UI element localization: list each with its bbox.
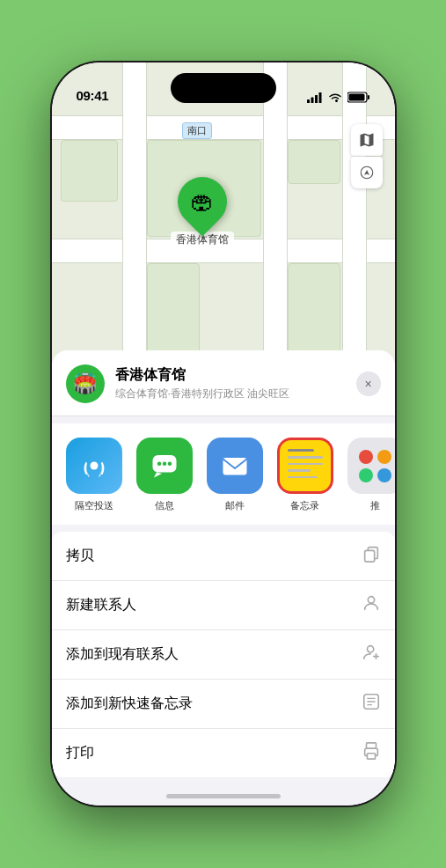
airdrop-icon bbox=[78, 450, 110, 482]
share-item-notes[interactable]: 备忘录 bbox=[277, 438, 333, 512]
mail-label: 邮件 bbox=[225, 499, 245, 512]
phone-screen: 09:41 bbox=[52, 63, 395, 805]
notes-line-4 bbox=[288, 469, 311, 472]
add-note-icon bbox=[362, 692, 381, 716]
notes-line-2 bbox=[288, 456, 323, 459]
venue-header-icon: 🏟️ bbox=[66, 364, 105, 403]
venue-pin-icon: 🏟 bbox=[191, 188, 214, 216]
svg-marker-10 bbox=[154, 473, 162, 478]
svg-rect-27 bbox=[367, 754, 375, 759]
action-print-label: 打印 bbox=[66, 744, 362, 762]
wifi-icon bbox=[328, 92, 342, 103]
dynamic-island bbox=[171, 73, 276, 103]
dot-orange bbox=[377, 450, 391, 464]
copy-icon bbox=[362, 544, 381, 568]
venue-marker[interactable]: 🏟 香港体育馆 bbox=[171, 177, 234, 248]
airdrop-label: 隔空投送 bbox=[75, 499, 113, 512]
action-new-contact-label: 新建联系人 bbox=[66, 596, 362, 614]
svg-rect-2 bbox=[315, 95, 318, 103]
venue-title: 香港体育馆 bbox=[115, 366, 346, 385]
mail-icon-wrap bbox=[207, 438, 263, 494]
action-add-note-label: 添加到新快速备忘录 bbox=[66, 695, 362, 713]
action-list: 拷贝 新建联系人 bbox=[52, 532, 395, 777]
share-item-airdrop[interactable]: 隔空投送 bbox=[66, 438, 122, 512]
notes-icon-wrap bbox=[277, 438, 333, 494]
dot-blue bbox=[377, 468, 391, 482]
sheet-header: 🏟️ 香港体育馆 综合体育馆·香港特别行政区 油尖旺区 × bbox=[52, 350, 395, 416]
battery-icon bbox=[347, 92, 370, 103]
share-item-mail[interactable]: 邮件 bbox=[207, 438, 263, 512]
svg-rect-1 bbox=[311, 97, 313, 103]
venue-description: 综合体育馆·香港特别行政区 油尖旺区 bbox=[115, 386, 346, 401]
action-add-note[interactable]: 添加到新快速备忘录 bbox=[52, 680, 395, 729]
messages-label: 信息 bbox=[155, 499, 174, 512]
add-contact-svg-icon bbox=[362, 643, 381, 662]
print-icon bbox=[362, 741, 381, 765]
action-new-contact[interactable]: 新建联系人 bbox=[52, 581, 395, 630]
status-icons bbox=[307, 92, 370, 103]
messages-icon bbox=[149, 450, 180, 482]
svg-point-17 bbox=[368, 597, 374, 603]
venue-pin: 🏟 bbox=[167, 166, 237, 236]
notes-lines bbox=[280, 440, 331, 491]
svg-point-13 bbox=[167, 462, 172, 467]
mail-icon bbox=[219, 450, 251, 482]
dot-red bbox=[359, 450, 373, 464]
svg-point-11 bbox=[157, 462, 161, 467]
svg-point-8 bbox=[90, 462, 98, 470]
signal-icon bbox=[307, 92, 323, 103]
map-station-label: 南口 bbox=[182, 122, 212, 139]
more-dots-grid bbox=[348, 439, 395, 493]
svg-rect-5 bbox=[368, 95, 369, 99]
note-svg-icon bbox=[362, 692, 381, 711]
venue-info: 香港体育馆 综合体育馆·香港特别行政区 油尖旺区 bbox=[115, 366, 346, 401]
airdrop-icon-wrap bbox=[66, 438, 122, 494]
svg-point-18 bbox=[367, 646, 373, 652]
new-contact-icon bbox=[362, 593, 381, 617]
svg-rect-0 bbox=[307, 99, 310, 103]
svg-point-12 bbox=[162, 462, 166, 467]
map-block bbox=[147, 263, 200, 360]
close-button[interactable]: × bbox=[356, 371, 381, 396]
status-time: 09:41 bbox=[77, 88, 109, 103]
dot-green bbox=[359, 468, 373, 482]
svg-rect-6 bbox=[348, 94, 364, 101]
svg-rect-16 bbox=[364, 550, 374, 562]
more-icon-wrap bbox=[347, 438, 395, 494]
action-copy-label: 拷贝 bbox=[66, 547, 362, 565]
copy-svg-icon bbox=[362, 544, 381, 563]
notes-line-1 bbox=[288, 449, 314, 452]
home-indicator bbox=[166, 794, 281, 798]
map-block bbox=[288, 263, 340, 360]
add-contact-icon bbox=[362, 643, 381, 666]
svg-rect-14 bbox=[223, 458, 246, 475]
notes-label: 备忘录 bbox=[290, 499, 319, 512]
share-icons-list: 隔空投送 信息 bbox=[66, 438, 381, 512]
svg-rect-3 bbox=[318, 92, 321, 103]
notes-line-3 bbox=[288, 463, 323, 466]
print-svg-icon bbox=[362, 741, 381, 761]
notes-line-5 bbox=[288, 476, 318, 479]
action-add-contact-label: 添加到现有联系人 bbox=[66, 645, 362, 664]
messages-icon-wrap bbox=[136, 438, 193, 494]
svg-rect-25 bbox=[366, 743, 376, 748]
map-type-icon bbox=[358, 131, 376, 149]
share-item-messages[interactable]: 信息 bbox=[136, 438, 193, 512]
action-print[interactable]: 打印 bbox=[52, 729, 395, 777]
location-button[interactable] bbox=[351, 157, 383, 188]
contact-svg-icon bbox=[362, 593, 381, 613]
more-label: 推 bbox=[370, 499, 380, 512]
map-block bbox=[61, 140, 118, 202]
map-block bbox=[288, 140, 340, 184]
action-copy[interactable]: 拷贝 bbox=[52, 532, 395, 581]
map-controls[interactable] bbox=[351, 124, 383, 188]
action-add-contact[interactable]: 添加到现有联系人 bbox=[52, 630, 395, 680]
phone-frame: 09:41 bbox=[52, 63, 395, 805]
share-item-more[interactable]: 推 bbox=[347, 438, 395, 512]
share-row: 隔空投送 信息 bbox=[52, 423, 395, 525]
location-icon bbox=[359, 165, 375, 180]
map-type-button[interactable] bbox=[351, 124, 383, 156]
bottom-sheet: 🏟️ 香港体育馆 综合体育馆·香港特别行政区 油尖旺区 × bbox=[52, 350, 395, 805]
